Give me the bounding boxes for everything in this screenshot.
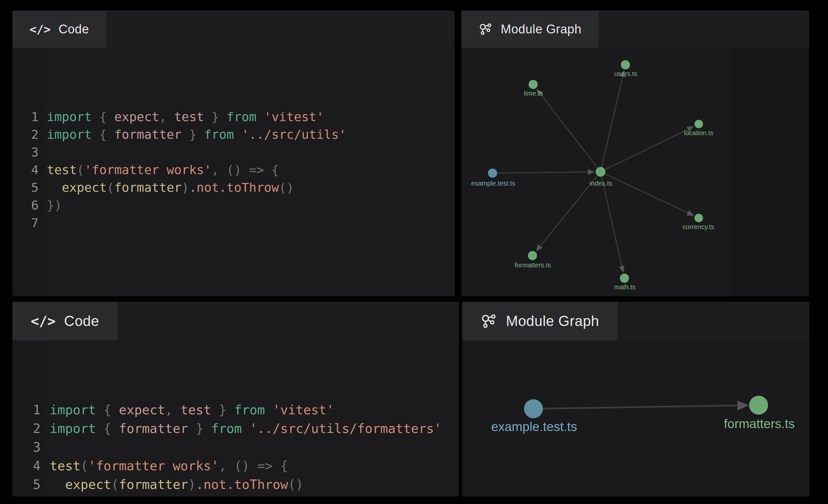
graph-node-label-math: math.ts xyxy=(614,284,635,291)
graph-edge-index-to-time xyxy=(537,90,597,168)
code-line: 4test('formatter works', () => { xyxy=(12,457,459,475)
module-graph-top-header: Module Graph xyxy=(461,10,809,48)
code-token: .not.toThrow xyxy=(196,477,288,492)
code-token: import xyxy=(47,110,92,124)
code-editor-bottom[interactable]: 1import { expect, test } from 'vitest'2i… xyxy=(12,340,459,497)
code-panel-bottom-header: </> Code xyxy=(12,302,459,340)
code-token: () xyxy=(279,180,294,195)
code-icon: </> xyxy=(31,313,56,329)
line-number: 5 xyxy=(16,179,39,196)
graph-node-label-currency: currency.ts xyxy=(683,223,714,230)
code-token: formatter xyxy=(119,477,188,492)
code-panel-top-header: </> Code xyxy=(12,10,455,48)
code-line: 2import { formatter } from '../src/utils… xyxy=(12,419,459,438)
code-token: '../src/utils/formatters' xyxy=(250,421,442,436)
code-token: ( xyxy=(111,477,119,492)
code-token: { xyxy=(96,403,119,417)
tab-label: Module Graph xyxy=(501,22,582,36)
code-token: } xyxy=(188,421,211,436)
code-token: } xyxy=(211,403,234,417)
code-token: expect xyxy=(119,403,165,417)
line-number: 7 xyxy=(16,214,39,232)
code-token: , xyxy=(165,403,180,417)
module-graph-panel-top: Module Graph users.tstime.tslocation.tse… xyxy=(461,10,809,296)
code-token: { xyxy=(92,110,114,124)
code-token: formatter xyxy=(114,180,182,195)
code-token xyxy=(47,180,62,195)
code-token: 'formatter works' xyxy=(84,163,211,177)
graph-node-example[interactable] xyxy=(488,169,497,178)
graph-edge-index-to-location xyxy=(605,127,693,170)
code-line: 6}) xyxy=(12,196,455,214)
code-token: from xyxy=(234,403,265,417)
code-token: test xyxy=(50,459,81,473)
code-token: 'vitest' xyxy=(264,110,324,124)
tab-label: Module Graph xyxy=(506,313,599,329)
code-token: import xyxy=(47,127,92,142)
tab-code-top[interactable]: </> Code xyxy=(12,10,106,48)
graph-edge-example-to-index xyxy=(497,172,594,173)
code-token: formatter xyxy=(114,127,182,142)
code-line: 3 xyxy=(12,438,459,457)
line-number: 3 xyxy=(16,143,39,161)
graph-node-formatters[interactable] xyxy=(749,396,768,415)
code-token: { xyxy=(92,127,114,142)
code-editor-top[interactable]: 1import { expect, test } from 'vitest'2i… xyxy=(12,48,455,296)
line-number: 1 xyxy=(17,401,41,419)
code-line: 5 expect(formatter).not.toThrow() xyxy=(12,475,459,494)
code-token: } xyxy=(182,127,204,142)
graph-node-users[interactable] xyxy=(621,60,630,69)
code-line: 6}) xyxy=(12,494,459,497)
code-token: expect xyxy=(114,110,159,124)
code-token: { xyxy=(96,421,119,436)
code-panel-bottom: </> Code 1import { expect, test } from '… xyxy=(12,302,459,497)
code-line: 2import { formatter } from '../src/utils… xyxy=(12,126,455,143)
code-icon: </> xyxy=(30,23,51,36)
code-panel-top: </> Code 1import { expect, test } from '… xyxy=(12,10,455,296)
code-token xyxy=(234,127,242,142)
line-number: 2 xyxy=(16,126,39,143)
line-number: 2 xyxy=(17,419,41,438)
graph-node-example[interactable] xyxy=(524,399,543,418)
graph-node-location[interactable] xyxy=(695,120,703,128)
graph-node-label-example: example.test.ts xyxy=(491,420,577,434)
graph-node-currency[interactable] xyxy=(695,214,703,222)
code-token: from xyxy=(204,127,234,142)
graph-node-time[interactable] xyxy=(529,80,538,89)
tab-label: Code xyxy=(58,22,89,36)
code-token xyxy=(265,403,273,417)
code-token: ( xyxy=(77,163,84,177)
graph-node-math[interactable] xyxy=(620,274,629,283)
code-token: test xyxy=(47,163,77,177)
graph-edge-index-to-math xyxy=(602,177,623,272)
tab-module-graph-top[interactable]: Module Graph xyxy=(461,10,598,48)
graph-node-index[interactable] xyxy=(596,167,606,177)
graph-node-label-formatters: formatters.ts xyxy=(724,417,795,431)
code-token: , () => { xyxy=(211,163,279,177)
code-token: ) xyxy=(188,477,196,492)
tab-label: Code xyxy=(64,313,99,329)
code-token: 'vitest' xyxy=(273,403,334,417)
code-token: ( xyxy=(107,180,114,195)
line-number: 6 xyxy=(16,196,39,214)
graph-node-formatters[interactable] xyxy=(528,251,537,260)
tab-module-graph-bottom[interactable]: Module Graph xyxy=(462,302,618,340)
tab-code-bottom[interactable]: </> Code xyxy=(12,302,118,340)
code-token: formatter xyxy=(119,421,188,436)
screenshot-root: </> Code 1import { expect, test } from '… xyxy=(0,0,828,504)
line-number: 4 xyxy=(17,457,41,475)
graph-node-label-users: users.ts xyxy=(614,70,637,77)
module-graph-icon xyxy=(479,22,493,36)
module-graph-canvas-top[interactable]: users.tstime.tslocation.tsexample.test.t… xyxy=(461,48,809,296)
code-line: 3 xyxy=(12,143,455,161)
code-line: 4test('formatter works', () => { xyxy=(12,161,455,179)
graph-edge-example-to-formatters xyxy=(543,406,747,409)
code-token: } xyxy=(204,110,226,124)
line-number: 1 xyxy=(16,108,39,126)
line-number: 3 xyxy=(17,438,41,457)
code-token: ) xyxy=(182,180,189,195)
code-token: }) xyxy=(47,198,62,212)
module-graph-canvas-bottom[interactable]: example.test.tsformatters.ts xyxy=(462,340,809,497)
code-token: expect xyxy=(62,180,107,195)
code-token xyxy=(257,110,264,124)
